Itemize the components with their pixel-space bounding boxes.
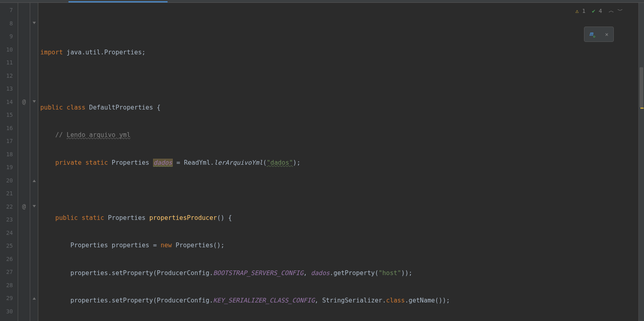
- line-number[interactable]: 30: [0, 305, 18, 318]
- code-line: [38, 18, 638, 31]
- code-line: properties.setProperty(ProducerConfig.KE…: [38, 294, 638, 307]
- prev-highlight-icon[interactable]: ︿: [609, 7, 614, 14]
- floating-tool-panel[interactable]: m↻ ✕: [584, 27, 614, 42]
- fold-gutter: [30, 3, 38, 321]
- active-tab-indicator: [68, 1, 168, 2]
- override-annotation-icon[interactable]: @: [18, 200, 30, 213]
- line-number[interactable]: 25: [0, 239, 18, 253]
- line-number[interactable]: 9: [0, 30, 18, 43]
- line-number[interactable]: 12: [0, 69, 18, 83]
- line-number[interactable]: 26: [0, 253, 18, 266]
- code-line: [38, 73, 638, 87]
- code-line: Properties properties = new Properties()…: [38, 239, 638, 252]
- close-icon[interactable]: ✕: [605, 31, 608, 37]
- warning-icon: ⚠: [575, 8, 578, 14]
- scrollbar-thumb[interactable]: [640, 67, 643, 108]
- line-number[interactable]: 7: [0, 4, 18, 17]
- line-number[interactable]: 14: [0, 95, 18, 109]
- line-number[interactable]: 19: [0, 161, 18, 174]
- annotation-gutter: @ @: [18, 3, 30, 321]
- line-number[interactable]: 21: [0, 187, 18, 200]
- code-line: [38, 184, 638, 197]
- line-number[interactable]: 13: [0, 82, 18, 95]
- line-number[interactable]: 23: [0, 213, 18, 226]
- line-number[interactable]: 27: [0, 265, 18, 279]
- code-line: private static Properties dados = ReadYm…: [38, 156, 638, 170]
- check-indicator[interactable]: ✔ 4: [592, 8, 602, 14]
- next-highlight-icon[interactable]: ﹀: [617, 7, 623, 14]
- line-number[interactable]: 17: [0, 135, 18, 148]
- line-number[interactable]: 24: [0, 226, 18, 240]
- editor-tabs-bar: [0, 0, 644, 3]
- line-number[interactable]: 20: [0, 174, 18, 187]
- code-line: // Lendo arquivo yml: [38, 128, 638, 142]
- fold-expand-icon[interactable]: [30, 292, 38, 305]
- line-number[interactable]: 16: [0, 122, 18, 135]
- line-number[interactable]: 29: [0, 292, 18, 305]
- override-annotation-icon[interactable]: @: [18, 95, 30, 109]
- warning-marker[interactable]: [640, 108, 644, 109]
- line-number[interactable]: 18: [0, 148, 18, 161]
- fold-collapse-icon[interactable]: [30, 95, 38, 109]
- warning-indicator[interactable]: ⚠ 1: [575, 8, 585, 14]
- line-number[interactable]: 22: [0, 200, 18, 213]
- line-number[interactable]: 15: [0, 108, 18, 122]
- line-number[interactable]: 11: [0, 56, 18, 69]
- editor-container: 7 8 9 10 11 12 13 14 15 16 17 18 19 20 2…: [0, 3, 644, 321]
- code-line: properties.setProperty(ProducerConfig.BO…: [38, 267, 638, 280]
- fold-collapse-icon[interactable]: [30, 200, 38, 213]
- refresh-icon[interactable]: m↻: [589, 30, 595, 38]
- fold-expand-icon[interactable]: [30, 174, 38, 187]
- line-number[interactable]: 10: [0, 43, 18, 56]
- check-icon: ✔: [592, 8, 595, 14]
- line-number[interactable]: 28: [0, 279, 18, 292]
- inspection-status[interactable]: ⚠ 1 ✔ 4 ︿ ﹀: [575, 7, 623, 14]
- code-line: public static Properties propertiesProdu…: [38, 211, 638, 225]
- code-line: public class DefaultProperties {: [38, 101, 638, 114]
- code-line: import java.util.Properties;: [38, 46, 638, 59]
- scrollbar-track[interactable]: [638, 3, 644, 321]
- code-editor[interactable]: import java.util.Properties; public clas…: [38, 3, 638, 321]
- line-number-gutter[interactable]: 7 8 9 10 11 12 13 14 15 16 17 18 19 20 2…: [0, 3, 18, 321]
- fold-collapse-icon[interactable]: [30, 17, 38, 30]
- line-number[interactable]: 8: [0, 17, 18, 30]
